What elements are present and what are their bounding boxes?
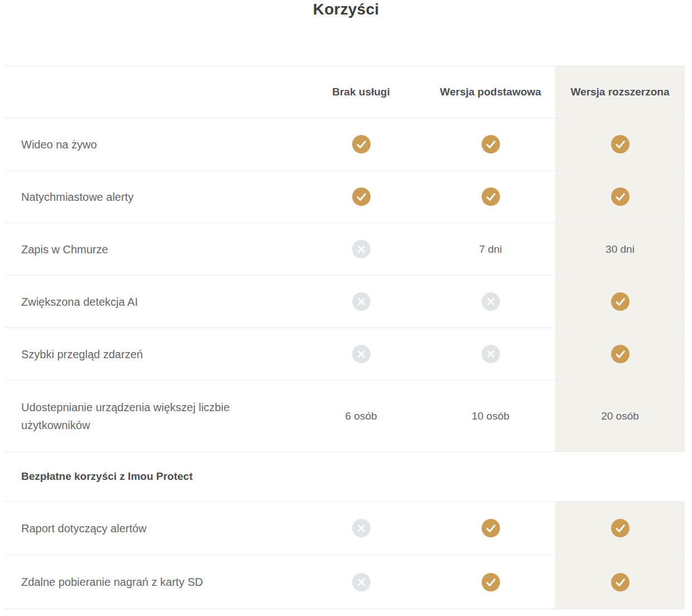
cell-value: 7 dni (426, 223, 555, 275)
check-icon (611, 573, 629, 591)
column-header-wersja-podstawowa: Wersja podstawowa (426, 66, 555, 118)
table-row: Udostepnianie urządzenia większej liczbi… (4, 381, 685, 452)
table-row: Raport dotyczący alertów (4, 502, 685, 555)
table-row: Natychmiastowe alerty (4, 171, 685, 223)
cross-icon (352, 240, 371, 258)
column-header-wersja-rozszerzona: Wersja rozszerzona (555, 66, 685, 118)
cell-value: 30 dni (555, 223, 685, 275)
check-icon (352, 187, 371, 206)
cross-icon (352, 573, 371, 591)
check-icon (482, 519, 500, 537)
cell-value: 6 osób (296, 381, 426, 451)
cross-icon (352, 519, 371, 537)
check-icon (611, 292, 629, 311)
section-header: Bezpłatne korzyści z Imou Protect (4, 452, 685, 501)
cross-icon (482, 292, 500, 311)
check-icon (611, 135, 629, 153)
table-row: Zdalne pobieranie nagrań z karty SD (4, 555, 685, 609)
column-header-brak-uslugi: Brak usługi (296, 66, 426, 118)
table-header-row: Brak usługi Wersja podstawowa Wersja roz… (4, 66, 685, 118)
table-row: Zapis w Chmurze 7 dni 30 dni (4, 223, 685, 276)
benefits-comparison-table: Brak usługi Wersja podstawowa Wersja roz… (4, 66, 685, 609)
check-icon (611, 345, 629, 363)
cross-icon (352, 345, 371, 363)
table-row: Wideo na żywo (4, 118, 685, 171)
check-icon (352, 135, 371, 153)
row-label: Udostepnianie urządzenia większej liczbi… (4, 381, 296, 451)
cross-icon (352, 292, 371, 311)
check-icon (482, 135, 500, 153)
row-label: Wideo na żywo (4, 118, 296, 170)
table-row: Zwiększona detekcja AI (4, 276, 685, 328)
cross-icon (482, 345, 500, 363)
row-label: Szybki przegląd zdarzeń (4, 328, 296, 380)
section-header-row: Bezpłatne korzyści z Imou Protect (4, 452, 685, 502)
check-icon (611, 187, 629, 206)
row-label: Zwiększona detekcja AI (4, 276, 296, 328)
check-icon (611, 519, 629, 537)
row-label: Natychmiastowe alerty (4, 171, 296, 223)
table-row: Szybki przegląd zdarzeń (4, 328, 685, 381)
check-icon (482, 187, 500, 206)
page-title: Korzyści (0, 0, 692, 25)
row-label: Zdalne pobieranie nagrań z karty SD (4, 555, 296, 609)
cell-value: 10 osób (426, 381, 555, 451)
check-icon (482, 573, 500, 591)
header-empty-cell (4, 66, 296, 118)
cell-value: 20 osób (555, 381, 685, 451)
row-label: Zapis w Chmurze (4, 223, 296, 275)
row-label: Raport dotyczący alertów (4, 502, 296, 555)
